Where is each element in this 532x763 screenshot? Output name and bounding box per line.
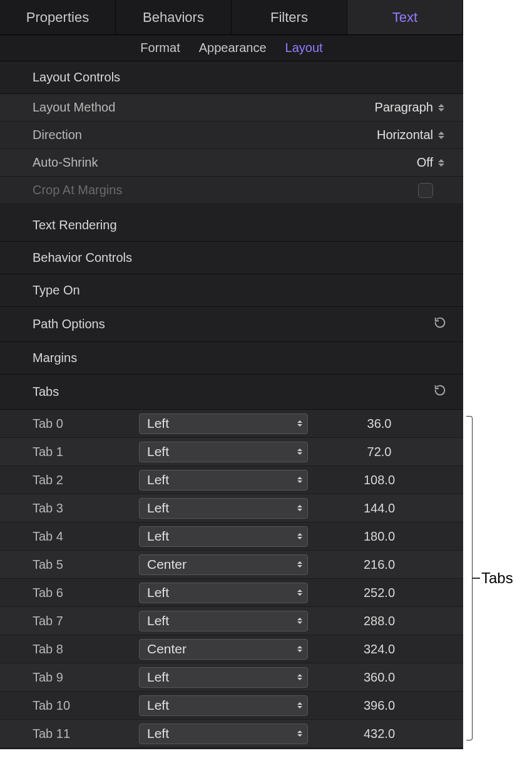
tab-align-dropdown[interactable]: Left (139, 583, 308, 603)
tab-align-dropdown[interactable]: Center (139, 554, 308, 575)
value-direction: Horizontal (377, 128, 433, 142)
tab-position-value[interactable]: 216.0 (308, 558, 438, 572)
row-direction: Direction Horizontal (0, 122, 463, 149)
tab-position-value[interactable]: 432.0 (308, 727, 438, 741)
sub-tab-bar: Format Appearance Layout (0, 35, 463, 61)
stepper-icon (297, 561, 302, 568)
tab-position-value[interactable]: 288.0 (308, 614, 438, 628)
tab-row: Tab 6Left252.0 (0, 579, 463, 607)
row-crop-at-margins: Crop At Margins (0, 177, 463, 204)
tab-position-value[interactable]: 144.0 (308, 501, 438, 516)
tab-row: Tab 11Left432.0 (0, 720, 463, 748)
tab-position-value[interactable]: 36.0 (308, 417, 438, 431)
tab-align-dropdown[interactable]: Center (139, 639, 308, 660)
dropdown-value: Left (147, 585, 169, 600)
stepper-icon (438, 128, 447, 142)
tab-position-value[interactable]: 252.0 (308, 586, 438, 600)
main-tab-bar: Properties Behaviors Filters Text (0, 0, 463, 35)
tab-position-value[interactable]: 108.0 (308, 473, 438, 487)
section-margins[interactable]: Margins (0, 342, 463, 375)
reset-icon[interactable] (433, 383, 447, 400)
section-tabs[interactable]: Tabs (0, 375, 463, 410)
stepper-icon (297, 449, 302, 455)
sub-tab-format[interactable]: Format (140, 41, 180, 55)
tab-label: Tab 3 (33, 501, 139, 516)
tab-align-dropdown[interactable]: Left (139, 442, 308, 462)
tab-align-dropdown[interactable]: Left (139, 498, 308, 519)
stepper-icon (297, 674, 302, 680)
tab-row: Tab 8Center324.0 (0, 635, 463, 663)
stepper-icon (438, 156, 447, 170)
dropdown-value: Left (147, 613, 169, 628)
dropdown-value: Center (147, 557, 187, 572)
dropdown-value: Left (147, 444, 169, 459)
tab-label: Tab 8 (33, 642, 139, 657)
section-text-rendering[interactable]: Text Rendering (0, 209, 463, 242)
tab-label: Tab 5 (33, 558, 139, 572)
stepper-icon (297, 533, 302, 539)
reset-icon[interactable] (433, 316, 447, 333)
tab-align-dropdown[interactable]: Left (139, 413, 308, 434)
tab-position-value[interactable]: 360.0 (308, 670, 438, 685)
stepper-icon (297, 618, 302, 624)
tab-label: Tab 7 (33, 614, 139, 628)
stepper-icon (297, 505, 302, 511)
tab-filters[interactable]: Filters (232, 0, 347, 34)
tab-row: Tab 2Left108.0 (0, 466, 463, 494)
callout-tabs: Tabs (466, 416, 513, 740)
callout-label: Tabs (481, 569, 513, 587)
label-layout-method: Layout Method (33, 100, 158, 115)
tab-align-dropdown[interactable]: Left (139, 724, 308, 744)
tab-label: Tab 4 (33, 529, 139, 544)
row-layout-method: Layout Method Paragraph (0, 94, 463, 122)
tab-align-dropdown[interactable]: Left (139, 611, 308, 631)
inspector-panel: Properties Behaviors Filters Text Format… (0, 0, 463, 749)
dropdown-value: Left (147, 670, 169, 685)
section-layout-controls[interactable]: Layout Controls (0, 61, 463, 94)
tab-position-value[interactable]: 324.0 (308, 642, 438, 657)
section-title: Layout Controls (33, 70, 120, 85)
tab-label: Tab 9 (33, 670, 139, 685)
tab-label: Tab 1 (33, 445, 139, 459)
value-layout-method: Paragraph (375, 100, 433, 115)
tabs-list: Tab 0Left36.0Tab 1Left72.0Tab 2Left108.0… (0, 410, 463, 748)
label-auto-shrink: Auto-Shrink (33, 155, 158, 170)
tab-align-dropdown[interactable]: Left (139, 526, 308, 547)
sub-tab-appearance[interactable]: Appearance (199, 41, 267, 55)
tab-align-dropdown[interactable]: Left (139, 470, 308, 490)
popup-layout-method[interactable]: Paragraph (158, 100, 447, 115)
tab-label: Tab 6 (33, 586, 139, 600)
stepper-icon (297, 702, 302, 708)
section-type-on[interactable]: Type On (0, 274, 463, 307)
stepper-icon (297, 477, 302, 483)
tab-row: Tab 5Center216.0 (0, 551, 463, 579)
section-title: Margins (33, 351, 77, 365)
tab-label: Tab 2 (33, 473, 139, 487)
popup-direction[interactable]: Horizontal (158, 128, 447, 142)
tab-row: Tab 1Left72.0 (0, 438, 463, 466)
tab-row: Tab 9Left360.0 (0, 663, 463, 692)
sub-tab-layout[interactable]: Layout (285, 41, 323, 55)
section-title: Text Rendering (33, 218, 117, 232)
stepper-icon (438, 101, 447, 115)
tab-position-value[interactable]: 72.0 (308, 445, 438, 459)
tab-align-dropdown[interactable]: Left (139, 695, 308, 716)
tab-text[interactable]: Text (347, 0, 463, 34)
value-auto-shrink: Off (417, 155, 433, 170)
tab-position-value[interactable]: 396.0 (308, 698, 438, 713)
tab-properties[interactable]: Properties (0, 0, 116, 34)
tab-behaviors[interactable]: Behaviors (116, 0, 232, 34)
popup-auto-shrink[interactable]: Off (158, 155, 447, 170)
section-title: Behavior Controls (33, 251, 132, 265)
tab-align-dropdown[interactable]: Left (139, 667, 308, 688)
tab-position-value[interactable]: 180.0 (308, 529, 438, 544)
section-path-options[interactable]: Path Options (0, 307, 463, 342)
tab-row: Tab 3Left144.0 (0, 494, 463, 522)
dropdown-value: Left (147, 529, 169, 544)
section-behavior-controls[interactable]: Behavior Controls (0, 242, 463, 274)
dropdown-value: Left (147, 698, 169, 713)
stepper-icon (297, 420, 302, 427)
dropdown-value: Left (147, 472, 169, 487)
dropdown-value: Center (147, 641, 187, 657)
stepper-icon (297, 730, 302, 737)
